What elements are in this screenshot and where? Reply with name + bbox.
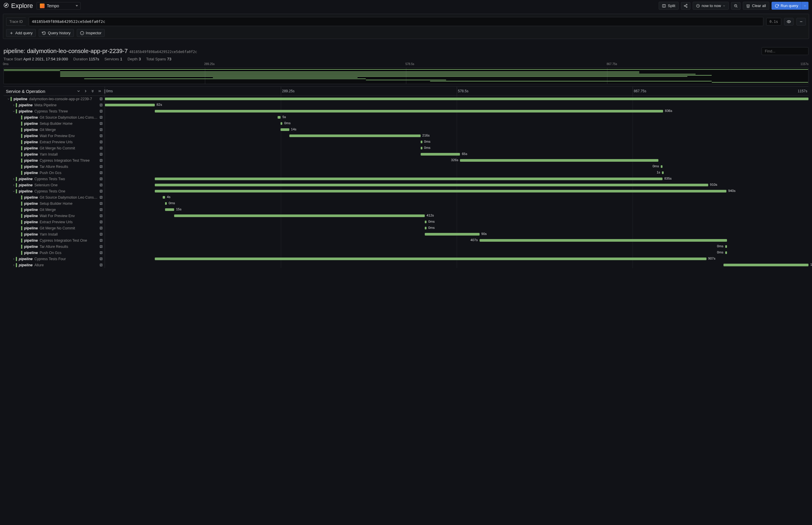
span-bar[interactable] (155, 178, 663, 180)
logs-icon[interactable] (98, 109, 103, 114)
logs-icon[interactable] (98, 213, 103, 218)
expand-toggle[interactable] (12, 257, 16, 261)
span-bar[interactable] (723, 264, 809, 266)
run-query-button[interactable]: Run query (771, 2, 801, 10)
find-in-trace-input[interactable] (762, 47, 809, 55)
span-bar[interactable] (289, 134, 420, 137)
span-bar[interactable] (155, 184, 708, 186)
logs-icon[interactable] (98, 146, 103, 151)
span-row[interactable]: pipelineCypress Tests One940s (3, 188, 809, 194)
logs-icon[interactable] (98, 232, 103, 237)
logs-icon[interactable] (98, 189, 103, 194)
zoom-out-button[interactable] (731, 2, 740, 10)
expand-one-button[interactable] (83, 89, 88, 94)
logs-icon[interactable] (98, 177, 103, 181)
logs-icon[interactable] (98, 134, 103, 138)
span-bar[interactable] (105, 97, 809, 100)
datasource-picker[interactable]: Tempo (36, 2, 80, 10)
span-row[interactable]: pipelineYarn Install65s (3, 151, 809, 157)
span-row[interactable]: pipelineWait For Preview Env216s (3, 133, 809, 139)
trace-minimap[interactable] (3, 68, 809, 84)
span-row[interactable]: pipelineCypress Integration Test Three32… (3, 157, 809, 164)
span-row[interactable]: pipelineExtract Preview Urls0ms (3, 139, 809, 145)
remove-query-button[interactable] (796, 18, 806, 26)
span-row[interactable]: pipelineAllure140s (3, 262, 809, 268)
span-row[interactable]: pipelinePush On Gcs1s (3, 170, 809, 176)
collapse-all-button[interactable] (76, 89, 81, 94)
logs-icon[interactable] (98, 140, 103, 145)
span-bar[interactable] (155, 110, 663, 112)
span-row[interactable]: pipelineCypress Tests Two835s (3, 176, 809, 182)
span-row[interactable]: pipelineMeta Pipeline82s (3, 102, 809, 108)
query-visibility-toggle[interactable] (784, 18, 794, 26)
split-button[interactable]: Split (659, 2, 678, 10)
logs-icon[interactable] (98, 170, 103, 175)
logs-icon[interactable] (98, 121, 103, 126)
logs-icon[interactable] (98, 251, 103, 255)
span-bar[interactable] (662, 171, 664, 174)
span-row[interactable]: pipelineSelenium One910s (3, 182, 809, 188)
query-history-button[interactable]: Query history (39, 29, 74, 37)
run-query-options-button[interactable] (801, 2, 809, 10)
span-bar[interactable] (425, 233, 479, 236)
expand-toggle[interactable] (12, 177, 16, 181)
span-bar[interactable] (163, 196, 165, 199)
span-bar[interactable] (174, 214, 425, 217)
span-row[interactable]: pipelineGit Source Dailymotion Leo Conso… (3, 114, 809, 120)
span-row[interactable]: pipelineCypress Integration Test One407s (3, 237, 809, 243)
span-row[interactable]: pipelinePush On Gcs0ms (3, 250, 809, 256)
logs-icon[interactable] (98, 238, 103, 243)
collapse-toggle[interactable] (12, 189, 16, 193)
span-bar[interactable] (281, 128, 289, 131)
collapse-toggle[interactable] (12, 109, 16, 114)
inspector-button[interactable]: Inspector (77, 29, 105, 37)
trace-id-input[interactable] (29, 17, 764, 26)
span-row[interactable]: pipelineTar Allure Results0ms (3, 164, 809, 170)
logs-icon[interactable] (98, 263, 103, 268)
expand-recursive-button[interactable] (97, 89, 102, 94)
expand-toggle[interactable] (12, 263, 16, 267)
logs-icon[interactable] (98, 183, 103, 188)
span-row[interactable]: pipelineCypress Tests Four907s (3, 256, 809, 262)
logs-icon[interactable] (98, 207, 103, 212)
collapse-toggle[interactable] (6, 97, 11, 101)
span-bar[interactable] (165, 208, 174, 211)
span-row[interactable]: pipelineGit Merge No Commit0ms (3, 145, 809, 151)
span-bar[interactable] (155, 190, 726, 193)
span-row[interactable]: pipelineWait For Preview Env412s (3, 213, 809, 219)
span-bar[interactable] (155, 257, 706, 260)
share-button[interactable] (681, 2, 690, 10)
time-range-picker[interactable]: now to now (693, 2, 729, 10)
logs-icon[interactable] (98, 103, 103, 107)
logs-icon[interactable] (98, 201, 103, 206)
logs-icon[interactable] (98, 226, 103, 230)
span-row[interactable]: pipelineExtract Preview Urls0ms (3, 219, 809, 225)
expand-toggle[interactable] (12, 183, 16, 187)
span-row[interactable]: pipelineCypress Tests Three836s (3, 108, 809, 114)
logs-icon[interactable] (98, 127, 103, 132)
span-row[interactable]: pipelineSetup Builder Home0ms (3, 200, 809, 207)
span-bar[interactable] (420, 153, 460, 155)
logs-icon[interactable] (98, 115, 103, 120)
span-bar[interactable] (479, 239, 727, 242)
span-bar[interactable] (661, 165, 663, 168)
span-row[interactable]: pipelineGit Merge No Commit0ms (3, 225, 809, 231)
expand-all-button[interactable] (90, 89, 95, 94)
span-bar[interactable] (725, 251, 727, 254)
logs-icon[interactable] (98, 152, 103, 157)
logs-icon[interactable] (98, 164, 103, 169)
expand-toggle[interactable] (12, 103, 16, 107)
span-bar[interactable] (278, 116, 281, 119)
span-row[interactable]: pipelineGit Source Dailymotion Leo Conso… (3, 194, 809, 200)
logs-icon[interactable] (98, 244, 103, 249)
add-query-button[interactable]: Add query (6, 29, 36, 37)
logs-icon[interactable] (98, 220, 103, 224)
clear-all-button[interactable]: Clear all (743, 2, 769, 10)
span-bar[interactable] (725, 245, 727, 248)
span-row[interactable]: pipelinedailymotion-leo-console-app-pr-2… (3, 96, 809, 102)
span-row[interactable]: pipelineTar Allure Results0ms (3, 243, 809, 250)
span-row[interactable]: pipelineSetup Builder Home0ms (3, 120, 809, 126)
span-bar[interactable] (460, 159, 658, 162)
logs-icon[interactable] (98, 158, 103, 163)
span-row[interactable]: pipelineYarn Install90s (3, 231, 809, 237)
